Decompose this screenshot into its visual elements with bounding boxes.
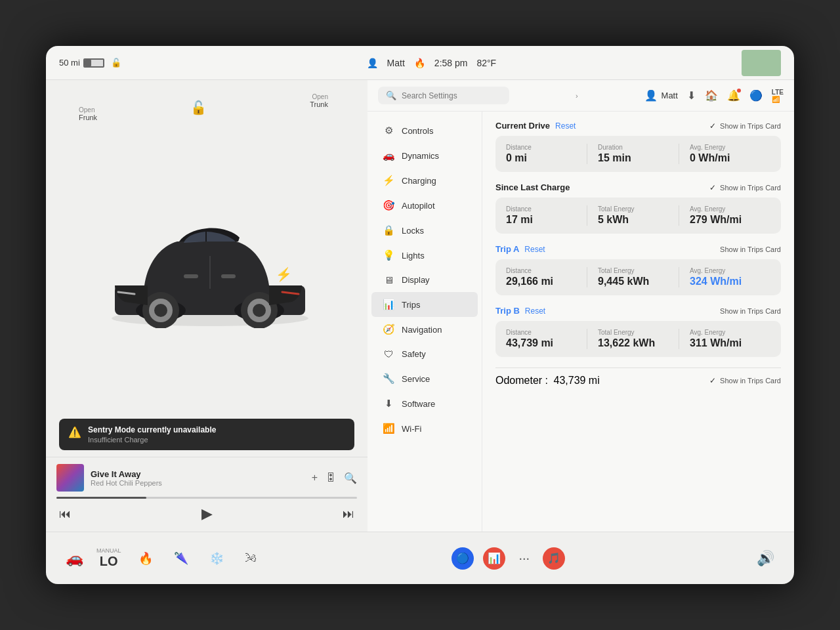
trip-b-reset[interactable]: Reset xyxy=(525,306,545,316)
more-button[interactable]: ··· xyxy=(514,547,534,570)
dynamics-icon: 🚗 xyxy=(382,150,395,161)
trip-a-distance-label: Distance xyxy=(506,267,576,274)
tesla-screen: 50 mi 🔓 👤 Matt 🔥 2:58 pm 82°F Open xyxy=(46,46,794,584)
add-icon[interactable]: + xyxy=(312,472,318,484)
trip-b-show-trips: Show in Trips Card xyxy=(720,307,781,315)
current-drive-title: Current Drive xyxy=(495,121,550,131)
trip-a-total-energy-value: 9,445 kWh xyxy=(598,276,668,287)
volume-control[interactable]: 🔊 xyxy=(757,550,774,567)
odometer-checkmark: ✓ xyxy=(709,376,716,385)
charging-icon: ⚡ xyxy=(382,175,395,186)
header-username: Matt xyxy=(662,91,678,100)
trip-a-reset[interactable]: Reset xyxy=(524,245,545,254)
next-button[interactable]: ⏭ xyxy=(340,505,357,524)
trip-a-avg-energy-label: Avg. Energy xyxy=(690,267,760,274)
autopilot-label: Autopilot xyxy=(402,201,435,211)
song-title: Give It Away xyxy=(91,469,305,479)
home-icon-btn[interactable]: 🏠 xyxy=(705,89,718,102)
autopilot-icon: 🎯 xyxy=(382,200,395,211)
music-right-icons: + 🎛 🔍 xyxy=(312,472,357,484)
search-bar[interactable]: 🔍 xyxy=(378,87,509,104)
music-player: Give It Away Red Hot Chili Peppers + 🎛 🔍… xyxy=(46,457,368,532)
progress-bar[interactable] xyxy=(56,497,357,499)
nav-navigation[interactable]: 🧭 Navigation xyxy=(371,317,478,342)
play-button[interactable]: ▶ xyxy=(199,503,215,525)
nav-locks[interactable]: 🔒 Locks xyxy=(371,218,478,243)
frunk-text[interactable]: Frunk xyxy=(79,114,97,121)
music-button[interactable]: 🎵 xyxy=(543,547,565,570)
nav-dynamics[interactable]: 🚗 Dynamics xyxy=(371,143,478,168)
trip-b-avg-energy-label: Avg. Energy xyxy=(690,329,760,336)
nav-autopilot[interactable]: 🎯 Autopilot xyxy=(371,193,478,218)
status-temp: 82°F xyxy=(476,58,496,68)
battery-bar xyxy=(83,58,104,68)
battery-range: 50 mi xyxy=(59,58,80,68)
current-drive-duration: Duration 15 min xyxy=(598,144,679,164)
since-last-charge-energy: Total Energy 5 kWh xyxy=(598,205,679,226)
album-art xyxy=(56,464,84,492)
nav-controls[interactable]: ⚙ Controls xyxy=(371,118,478,143)
trip-b-avg-energy-value: 311 Wh/mi xyxy=(690,337,760,349)
current-drive-reset[interactable]: Reset xyxy=(555,121,576,131)
temp-value: LO xyxy=(100,554,118,569)
nav-service[interactable]: 🔧 Service xyxy=(371,366,478,391)
status-user-icon: 👤 xyxy=(367,58,378,68)
prev-button[interactable]: ⏮ xyxy=(56,505,74,524)
music-top: Give It Away Red Hot Chili Peppers + 🎛 🔍 xyxy=(56,464,357,492)
since-last-charge-title: Since Last Charge xyxy=(495,182,570,192)
defrost-front-icon[interactable]: ❄️ xyxy=(205,547,228,570)
status-bar-right xyxy=(742,50,781,76)
odometer-value: 43,739 mi xyxy=(553,375,599,386)
trip-b-section: Trip B Reset Show in Trips Card Distance… xyxy=(495,306,781,357)
svg-rect-12 xyxy=(221,274,236,278)
since-last-charge-header: Since Last Charge ✓ Show in Trips Card xyxy=(495,182,781,192)
nav-safety[interactable]: 🛡 Safety xyxy=(371,342,478,366)
search-icon: 🔍 xyxy=(386,91,396,100)
volume-icon: 🔊 xyxy=(757,550,774,566)
main-area: Open Frunk Open Trunk 🔓 xyxy=(46,80,794,532)
current-drive-energy: Avg. Energy 0 Wh/mi xyxy=(690,144,770,164)
equalizer-icon[interactable]: 🎛 xyxy=(326,472,336,484)
trip-b-total-energy-value: 13,622 kWh xyxy=(598,337,668,349)
lock-icon[interactable]: 🔓 xyxy=(190,100,207,116)
nav-display[interactable]: 🖥 Display xyxy=(371,268,478,292)
right-panel: 🔍 › 👤 Matt ⬇ 🏠 🔔 🔵 LTE📶 xyxy=(368,80,794,532)
car-icon[interactable]: 🚗 xyxy=(66,550,83,567)
display-label: Display xyxy=(402,275,430,285)
temp-control[interactable]: Manual LO xyxy=(96,547,121,569)
bluetooth-button[interactable]: 🔵 xyxy=(452,547,474,570)
trip-b-distance: Distance 43,739 mi xyxy=(506,329,587,349)
download-icon-btn[interactable]: ⬇ xyxy=(687,89,696,102)
progress-fill xyxy=(56,497,146,499)
safety-icon: 🛡 xyxy=(382,348,395,360)
wifi-icon: 📶 xyxy=(382,423,395,434)
notification-dot xyxy=(737,89,741,93)
lights-icon: 💡 xyxy=(382,249,395,261)
nav-lights[interactable]: 💡 Lights xyxy=(371,243,478,268)
trip-a-avg-energy: Avg. Energy 324 Wh/mi xyxy=(690,267,770,287)
trunk-text[interactable]: Trunk xyxy=(310,100,328,108)
status-time: 2:58 pm xyxy=(434,58,468,68)
nav-software[interactable]: ⬇ Software xyxy=(371,391,478,416)
current-drive-distance-label: Distance xyxy=(506,144,576,151)
nav-trips[interactable]: 📊 Trips xyxy=(371,292,478,317)
trunk-label: Open Trunk xyxy=(310,93,328,108)
bell-icon-btn[interactable]: 🔔 xyxy=(727,89,740,102)
trip-b-total-energy-label: Total Energy xyxy=(598,329,668,336)
trip-b-title-row: Trip B Reset xyxy=(495,306,545,316)
service-label: Service xyxy=(402,374,430,384)
current-drive-energy-label: Avg. Energy xyxy=(690,144,760,151)
search-input[interactable] xyxy=(402,91,500,100)
trip-b-distance-label: Distance xyxy=(506,329,576,336)
equalizer-button[interactable]: 📊 xyxy=(483,547,505,570)
nav-charging[interactable]: ⚡ Charging xyxy=(371,168,478,193)
search-music-icon[interactable]: 🔍 xyxy=(344,472,357,484)
slc-energy-value: 5 kWh xyxy=(598,214,668,226)
wiper-icon[interactable]: 🌂 xyxy=(170,547,192,570)
defrost-rear-icon[interactable]: 🌬 xyxy=(241,547,261,569)
bluetooth-icon-btn[interactable]: 🔵 xyxy=(749,89,763,102)
seat-heat-icon[interactable]: 🔥 xyxy=(135,547,157,570)
navigation-label: Navigation xyxy=(402,325,442,335)
temp-label: Manual xyxy=(96,547,121,554)
nav-wifi[interactable]: 📶 Wi-Fi xyxy=(371,416,478,441)
